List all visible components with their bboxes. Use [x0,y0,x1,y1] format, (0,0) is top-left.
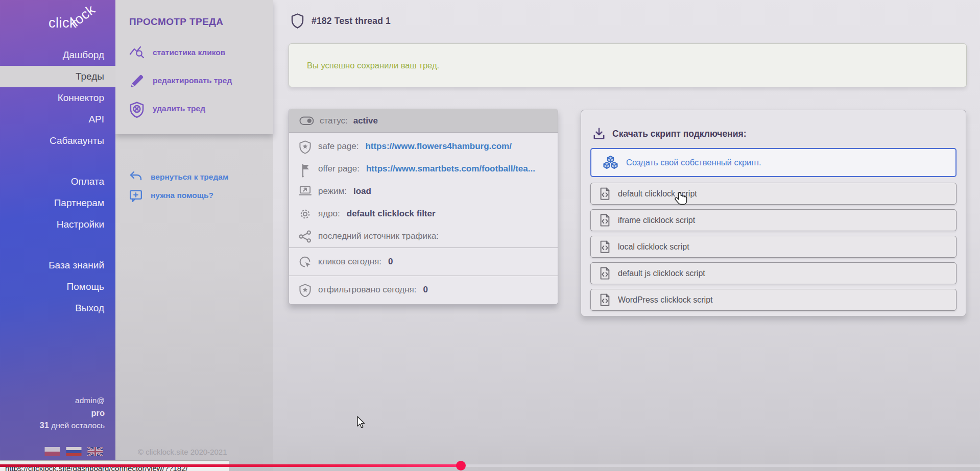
screen-arrow-icon [299,185,312,198]
success-alert-message: Вы успешно сохранили ваш тред. [307,61,439,70]
script-button-label: WordPress clicklock script [618,295,713,305]
status-value: active [353,116,378,126]
offer-page-row: offer page: https://www.smartbets.com/fo… [289,158,558,180]
page-header: #182 Test thread 1 [291,13,391,29]
filtered-today-value: 0 [423,285,427,295]
clicks-today-value: 0 [388,257,393,267]
account-plan: pro [0,407,105,419]
create-custom-script-label: Создать свой собственный скрипт. [626,158,761,167]
cubes-icon [603,155,618,170]
scripts-card-header: Скачать скрипт подключения: [592,127,746,140]
sidebar-item-payment[interactable]: Оплата [0,171,115,192]
poland-flag[interactable] [44,447,60,456]
sidebar-item-logout[interactable]: Выход [0,298,115,319]
submenu-item-label: редактировать тред [153,76,232,85]
submenu-item-edit-thread[interactable]: редактировать тред [129,66,268,94]
default-js-clicklock-script-button[interactable]: default js clicklock script [590,262,957,284]
row-label: последний источник трафика: [318,231,439,241]
submenu-items: статистика кликов редактировать тред уда… [129,38,268,122]
last-traffic-source-row: последний источник трафика: [289,225,558,247]
undo-icon [129,171,142,183]
need-help-link[interactable]: нужна помощь? [129,186,268,205]
clicklock-logo[interactable]: clicklock [49,15,102,31]
safe-page-link[interactable]: https://www.flowers4hamburg.com/ [365,141,512,152]
submenu-links: вернуться к тредам нужна помощь? [129,168,268,205]
scripts-card-title: Скачать скрипт подключения: [612,129,746,139]
submenu-item-label: удалить тред [153,104,205,113]
uk-flag[interactable] [87,447,103,456]
click-stats-icon [129,45,145,60]
shield-star-icon [299,140,312,153]
sidebar-item-api[interactable]: API [0,109,115,130]
account-info: admin@ pro 31 дней осталось [0,394,115,432]
sidebar-item-help[interactable]: Помощь [0,276,115,298]
sidebar-item-threads[interactable]: Треды [0,66,115,87]
create-custom-script-button[interactable]: Создать свой собственный скрипт. [590,148,957,177]
success-alert: Вы успешно сохранили ваш тред. [289,43,967,87]
default-clicklock-script-button[interactable]: default clicklock script [590,183,957,205]
file-code-icon [600,267,610,280]
copyright-text: © clicklock.site 2020-2021 [138,448,227,456]
click-icon [299,256,312,268]
submenu-link-label: нужна помощь? [151,191,213,200]
toggle-icon [299,116,314,126]
wordpress-clicklock-script-button[interactable]: WordPress clicklock script [590,289,957,311]
back-to-threads-link[interactable]: вернуться к тредам [129,168,268,186]
file-code-icon [600,240,610,253]
page-title: #182 Test thread 1 [312,16,391,27]
video-progress-track[interactable] [0,464,980,467]
stat-label: отфильтровано сегодня: [318,285,416,295]
status-rows: safe page: https://www.flowers4hamburg.c… [289,133,558,247]
shield-star-icon [299,284,312,296]
submenu-title: ПРОСМОТР ТРЕДА [129,16,223,28]
account-email: admin@ [0,394,105,407]
thread-submenu: ПРОСМОТР ТРЕДА статистика кликов редакти… [115,0,273,471]
row-label: режим: [318,186,347,196]
file-code-icon [600,187,610,200]
script-button-label: iframe clicklock script [618,216,695,225]
sidebar-item-connector[interactable]: Коннектор [0,87,115,109]
russia-flag[interactable] [66,447,82,456]
safe-page-row: safe page: https://www.flowers4hamburg.c… [289,135,558,158]
submenu-item-click-stats[interactable]: статистика кликов [129,38,268,66]
sidebar-item-knowledge-base[interactable]: База знаний [0,255,115,276]
video-progress-fill [0,464,461,467]
flag-icon [299,163,312,176]
pencil-icon [129,73,145,88]
script-button-label: local clicklock script [618,242,689,252]
offer-page-link[interactable]: https://www.smartbets.com/football/tea..… [366,164,535,174]
sidebar-item-partners[interactable]: Партнерам [0,192,115,214]
video-progress-handle[interactable] [456,461,466,470]
sidebar-item-dashboard[interactable]: Дашборд [0,44,115,66]
language-flags [44,447,103,456]
help-icon [129,189,142,202]
file-code-icon [600,214,610,227]
submenu-link-label: вернуться к тредам [151,172,228,182]
shield-icon [291,13,304,29]
submenu-item-label: статистика кликов [153,48,225,57]
submenu-item-delete-thread[interactable]: удалить тред [129,94,268,122]
core-value: default clicklock filter [347,209,436,219]
filtered-today-row: отфильтровано сегодня: 0 [289,276,558,304]
status-card-header: статус: active [289,109,558,133]
share-icon [299,230,312,243]
sidebar-item-settings[interactable]: Настройки [0,214,115,235]
status-label: статус: [320,116,348,126]
sidebar-item-subaccounts[interactable]: Сабакаунты [0,130,115,152]
mode-value: load [353,186,371,196]
row-label: ядро: [318,209,340,219]
account-days-left: 31 дней осталось [0,419,105,432]
core-row: ядро: default clicklock filter [289,203,558,225]
shield-x-icon [129,102,145,116]
row-label: safe page: [318,141,358,152]
mouse-arrow-cursor [356,416,365,429]
download-scripts-card: Скачать скрипт подключения: Создать свой… [581,110,966,316]
mode-row: режим: load [289,180,558,203]
stat-label: кликов сегодня: [318,257,381,267]
main-sidebar: clicklock Дашборд Треды Коннектор API Са… [0,0,115,471]
local-clicklock-script-button[interactable]: local clicklock script [590,236,957,258]
mouse-hand-cursor [674,191,688,208]
row-label: offer page: [318,164,360,174]
gear-icon [299,208,312,220]
iframe-clicklock-script-button[interactable]: iframe clicklock script [590,209,957,231]
